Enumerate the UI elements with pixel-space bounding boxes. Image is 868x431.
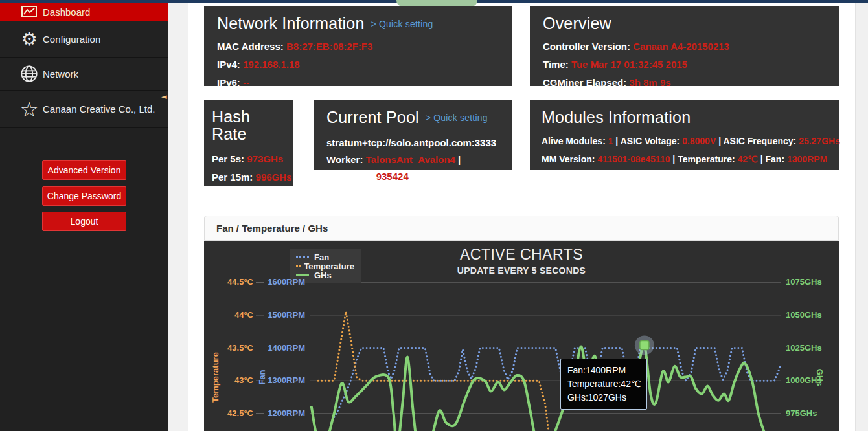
- modules-row-1: Alive Modules: 1 | ASIC Voltage: 0.8000V…: [542, 135, 827, 148]
- chart-tooltip: Fan:1400RPM Temperature:42℃ GHs:1027GHs: [560, 359, 647, 410]
- panel-title: Modules Information: [542, 108, 827, 127]
- globe-icon: [18, 65, 40, 83]
- overview-panel: Overview Controller Version: Canaan A4-2…: [530, 6, 839, 86]
- per-15m-row: Per 15m: 996GHs: [212, 171, 286, 183]
- top-notification-tab[interactable]: [396, 0, 477, 6]
- sidebar-item-dashboard[interactable]: Dashboard: [0, 3, 168, 21]
- ghs-axis-tick: 1050GHs: [786, 309, 838, 321]
- active-charts[interactable]: ACTIVE CHARTS UPDATE EVERY 5 SECONDS Fan…: [204, 241, 839, 431]
- star-icon: ☆: [18, 100, 40, 118]
- series-line-ghs: [312, 344, 768, 431]
- left-gutter: [168, 3, 188, 431]
- controller-version-row: Controller Version: Canaan A4-20150213: [543, 41, 826, 52]
- panel-title: Hash Rate: [212, 108, 286, 143]
- sidebar-collapse-icon[interactable]: ◄: [161, 93, 166, 101]
- pool-url-row: stratum+tcp://solo.antpool.com:3333: [326, 135, 499, 151]
- chart-panel-header: Fan / Temperature / GHs: [204, 216, 839, 241]
- temperature-axis-tick: 44.5°C: [204, 276, 253, 288]
- fan-axis-tick: 1600RPM: [258, 276, 305, 288]
- tooltip-ghs-line: GHs:1027GHs: [567, 391, 640, 404]
- panel-title: Network Information> Quick setting: [217, 14, 499, 33]
- quick-setting-link[interactable]: > Quick setting: [426, 113, 488, 123]
- sidebar-item-configuration[interactable]: ⚙ Configuration: [0, 21, 168, 58]
- advanced-version-button[interactable]: Advanced Version: [42, 160, 126, 180]
- cgminer-elapsed-row: CGMiner Elapsed: 3h 8m 9s: [543, 77, 826, 89]
- tooltip-temperature-line: Temperature:42℃: [567, 377, 640, 391]
- logout-button[interactable]: Logout: [42, 212, 126, 231]
- miner-dashboard: Dashboard ⚙ Configuration Network ☆ Cana…: [0, 0, 868, 431]
- fan-axis-title: Fan: [257, 332, 268, 423]
- data-point-marker: [640, 340, 649, 349]
- modules-information-panel: Modules Information Alive Modules: 1 | A…: [530, 100, 839, 170]
- sidebar-item-label: Network: [43, 69, 78, 80]
- panel-title: Overview: [543, 14, 826, 33]
- hash-rate-panel: Hash Rate Per 5s: 973GHs Per 15m: 996GHs: [204, 100, 293, 186]
- sidebar-item-canaan[interactable]: ☆ Canaan Creative Co., Ltd.: [0, 91, 168, 128]
- ghs-axis-tick: 1075GHs: [786, 276, 838, 288]
- sidebar-item-label: Configuration: [43, 34, 100, 45]
- gear-icon: ⚙: [18, 30, 40, 49]
- legend-label: GHs: [314, 271, 332, 280]
- ghs-axis-tick: 975GHs: [786, 408, 838, 419]
- per-5s-row: Per 5s: 973GHs: [212, 153, 286, 165]
- quick-setting-link[interactable]: > Quick setting: [371, 19, 433, 29]
- ghs-axis-tick: 1000GHs: [786, 375, 838, 386]
- temperature-axis-tick: 44°C: [204, 309, 253, 321]
- sidebar-item-label: Canaan Creative Co., Ltd.: [43, 104, 155, 115]
- ipv6-row: IPv6: --: [217, 77, 499, 89]
- legend-item-fan[interactable]: Fan: [296, 252, 354, 261]
- sidebar-item-network[interactable]: Network: [0, 58, 168, 91]
- ghs-axis-tick: 1025GHs: [786, 342, 838, 354]
- ipv4-row: IPv4: 192.168.1.18: [217, 59, 499, 71]
- current-pool-panel: Current Pool> Quick setting stratum+tcp:…: [314, 100, 512, 170]
- worker-row: Worker: TalonsAnt_Avalon4 | Accepted: 93…: [326, 151, 499, 185]
- sidebar-item-label: Dashboard: [43, 6, 90, 17]
- fan-axis-tick: 1500RPM: [258, 309, 305, 321]
- panel-title: Current Pool> Quick setting: [326, 108, 499, 127]
- line-chart-icon: [18, 6, 40, 17]
- temperature-axis-title: Temperature: [210, 332, 222, 423]
- scrollbar-track[interactable]: [855, 3, 868, 431]
- legend-label: Temperature: [304, 261, 354, 271]
- legend-swatch: [296, 265, 299, 267]
- tooltip-fan-line: Fan:1400RPM: [567, 364, 640, 377]
- legend-item-temperature[interactable]: Temperature: [296, 261, 354, 271]
- change-password-button[interactable]: Change Password: [42, 186, 126, 206]
- network-information-panel: Network Information> Quick setting MAC A…: [204, 6, 512, 86]
- ghs-axis-title: GHs: [814, 332, 825, 423]
- sidebar: Dashboard ⚙ Configuration Network ☆ Cana…: [0, 3, 168, 431]
- time-row: Time: Tue Mar 17 01:32:45 2015: [543, 59, 826, 71]
- legend-swatch: [296, 256, 309, 258]
- series-line-temperature: [318, 312, 552, 431]
- modules-row-2: MM Version: 411501-08e45110 | Temperatur…: [542, 153, 827, 166]
- legend-label: Fan: [314, 252, 329, 262]
- mac-address-row: MAC Address: B8:27:EB:08:2F:F3: [217, 41, 499, 52]
- series-line-fan: [331, 348, 781, 424]
